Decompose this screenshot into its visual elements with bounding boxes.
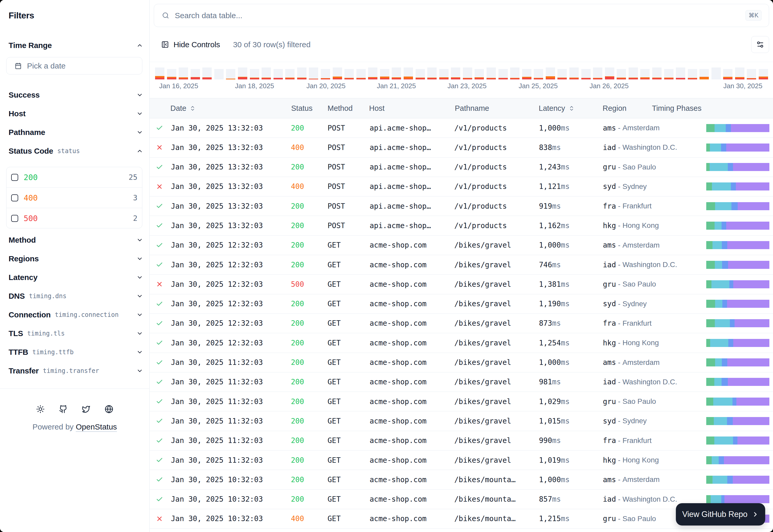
timeline-bar[interactable] bbox=[617, 69, 626, 79]
table-row[interactable]: Jan 30, 2025 12:32:03 200 GET acme-shop.… bbox=[149, 314, 773, 333]
filter-section[interactable]: Latency bbox=[9, 268, 147, 287]
table-row[interactable]: Jan 30, 2025 12:32:03 200 GET acme-shop.… bbox=[149, 294, 773, 314]
checkbox[interactable] bbox=[11, 215, 18, 222]
timeline-bar[interactable] bbox=[238, 67, 247, 79]
view-github-repo-button[interactable]: View GitHub Repo bbox=[676, 503, 765, 526]
filter-section[interactable]: Pathname bbox=[9, 123, 147, 142]
timeline-bar[interactable] bbox=[262, 67, 271, 79]
column-header-timing-phases[interactable]: Timing Phases bbox=[652, 98, 702, 118]
timeline-bar[interactable] bbox=[581, 69, 591, 79]
timeline-bar[interactable] bbox=[167, 69, 176, 79]
timeline-bar[interactable] bbox=[344, 69, 354, 79]
timeline-bar[interactable] bbox=[155, 67, 164, 79]
table-row[interactable]: Jan 30, 2025 11:32:03 200 GET acme-shop.… bbox=[149, 353, 773, 372]
filter-section[interactable]: Connection timing.connection bbox=[9, 305, 147, 324]
table-row[interactable]: Jan 30, 2025 11:32:03 200 GET acme-shop.… bbox=[149, 411, 773, 431]
openstatus-link[interactable]: OpenStatus bbox=[76, 422, 117, 431]
timeline-bar[interactable] bbox=[321, 69, 330, 79]
column-header-status[interactable]: Status bbox=[291, 98, 313, 118]
hide-controls-button[interactable]: Hide Controls bbox=[161, 40, 220, 49]
github-link[interactable] bbox=[57, 403, 70, 415]
timeline-bar[interactable] bbox=[226, 69, 235, 79]
timeline-bar[interactable] bbox=[404, 67, 413, 79]
timeline-bar[interactable] bbox=[392, 67, 401, 79]
checkbox[interactable] bbox=[11, 174, 18, 181]
timeline-bar[interactable] bbox=[640, 69, 650, 79]
table-row[interactable]: Jan 30, 2025 13:32:03 200 POST api.acme-… bbox=[149, 196, 773, 216]
timeline-bar[interactable] bbox=[522, 69, 531, 79]
timeline-bar[interactable] bbox=[629, 67, 638, 79]
timeline-bar[interactable] bbox=[759, 69, 768, 79]
timeline-bar[interactable] bbox=[593, 67, 602, 79]
timeline-bar[interactable] bbox=[380, 69, 389, 79]
date-picker-input[interactable]: Pick a date bbox=[6, 57, 142, 74]
timeline-bar[interactable] bbox=[179, 67, 188, 79]
table-row[interactable]: Jan 30, 2025 11:32:03 200 GET acme-shop.… bbox=[149, 451, 773, 470]
table-row[interactable]: Jan 30, 2025 12:32:03 500 GET acme-shop.… bbox=[149, 275, 773, 294]
table-row[interactable]: Jan 30, 2025 12:32:03 200 GET acme-shop.… bbox=[149, 333, 773, 353]
timeline-bar[interactable] bbox=[368, 67, 377, 79]
column-header-pathname[interactable]: Pathname bbox=[455, 98, 489, 118]
status-code-option[interactable]: 200 25 bbox=[6, 167, 142, 188]
status-code-option[interactable]: 400 3 bbox=[6, 188, 142, 208]
filter-section[interactable]: TTFB timing.ttfb bbox=[9, 343, 147, 362]
timeline-bar[interactable] bbox=[557, 69, 567, 79]
timeline-bar[interactable] bbox=[498, 69, 508, 79]
filter-section[interactable]: Success bbox=[9, 86, 147, 104]
twitter-link[interactable] bbox=[80, 403, 92, 415]
table-row[interactable]: Jan 30, 2025 12:32:03 200 GET acme-shop.… bbox=[149, 255, 773, 275]
table-row[interactable]: Jan 30, 2025 13:32:03 400 POST api.acme-… bbox=[149, 177, 773, 196]
website-link[interactable] bbox=[103, 403, 115, 415]
timeline-bar[interactable] bbox=[274, 69, 283, 79]
timeline-bar[interactable] bbox=[735, 67, 744, 79]
filter-section[interactable]: Transfer timing.transfer bbox=[9, 362, 147, 380]
timeline-bar[interactable] bbox=[416, 69, 425, 79]
timeline-bar[interactable] bbox=[463, 67, 472, 79]
filter-section-time-range[interactable]: Time Range bbox=[9, 36, 147, 55]
table-row[interactable]: Jan 30, 2025 10:32:03 200 GET acme-shop.… bbox=[149, 470, 773, 489]
timeline-bar[interactable] bbox=[605, 67, 614, 79]
table-row[interactable]: Jan 30, 2025 11:32:03 200 GET acme-shop.… bbox=[149, 392, 773, 411]
timeline-bar[interactable] bbox=[723, 69, 733, 79]
timeline-bar[interactable] bbox=[546, 67, 555, 79]
search-input[interactable]: Search data table... ⌘K bbox=[154, 4, 769, 27]
timeline-bar[interactable] bbox=[652, 67, 662, 79]
view-options-button[interactable] bbox=[751, 36, 769, 53]
table-row[interactable]: Jan 30, 2025 11:32:03 200 GET acme-shop.… bbox=[149, 431, 773, 451]
timeline-bar[interactable] bbox=[664, 69, 674, 79]
table-row[interactable]: Jan 30, 2025 13:32:03 200 POST api.acme-… bbox=[149, 158, 773, 177]
timeline-bar[interactable] bbox=[297, 67, 307, 79]
filter-section[interactable]: Method bbox=[9, 231, 147, 249]
timeline-bar[interactable] bbox=[451, 67, 460, 79]
timeline-bar[interactable] bbox=[250, 69, 259, 79]
timeline-bar[interactable] bbox=[439, 69, 449, 79]
table-row[interactable]: Jan 30, 2025 13:32:03 200 POST api.acme-… bbox=[149, 216, 773, 235]
timeline-bar[interactable] bbox=[333, 67, 342, 79]
timeline-bar[interactable] bbox=[474, 69, 484, 79]
timeline-bar[interactable] bbox=[202, 67, 212, 79]
timeline-bar[interactable] bbox=[486, 67, 496, 79]
column-header-method[interactable]: Method bbox=[328, 98, 353, 118]
column-header-region[interactable]: Region bbox=[603, 98, 627, 118]
column-header-latency[interactable]: Latency bbox=[539, 98, 574, 118]
table-row[interactable]: Jan 30, 2025 11:32:03 200 GET acme-shop.… bbox=[149, 372, 773, 392]
timeline-bar[interactable] bbox=[711, 67, 721, 79]
timeline-bar[interactable] bbox=[534, 69, 543, 79]
table-row[interactable]: Jan 30, 2025 13:32:03 200 POST api.acme-… bbox=[149, 118, 773, 138]
table-row[interactable]: Jan 30, 2025 12:32:03 200 GET acme-shop.… bbox=[149, 236, 773, 255]
timeline-bar[interactable] bbox=[676, 67, 685, 79]
timeline-bar[interactable] bbox=[569, 67, 579, 79]
timeline-bar[interactable] bbox=[190, 69, 200, 79]
table-row[interactable]: Jan 30, 2025 13:32:03 400 POST api.acme-… bbox=[149, 138, 773, 157]
filter-section[interactable]: DNS timing.dns bbox=[9, 287, 147, 305]
filter-section[interactable]: TLS timing.tls bbox=[9, 324, 147, 343]
timeline-bar[interactable] bbox=[700, 69, 709, 79]
timeline-bar[interactable] bbox=[214, 69, 224, 79]
timeline-bar[interactable] bbox=[285, 69, 295, 79]
timeline-bar[interactable] bbox=[309, 67, 318, 79]
column-header-host[interactable]: Host bbox=[369, 98, 385, 118]
timeline-bar[interactable] bbox=[747, 69, 756, 79]
timeline-bar[interactable] bbox=[510, 67, 519, 79]
timeline-bar[interactable] bbox=[427, 67, 437, 79]
timeline-bar[interactable] bbox=[688, 69, 697, 79]
